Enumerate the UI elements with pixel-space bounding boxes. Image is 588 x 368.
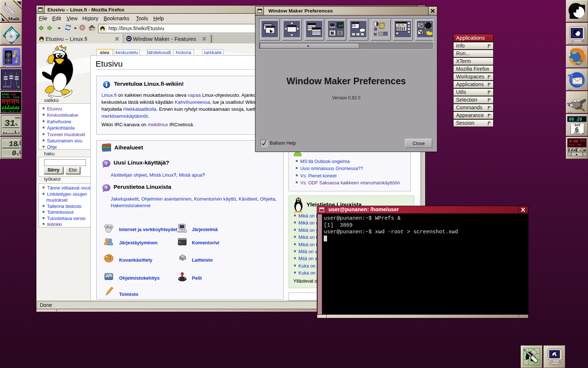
svg-text:>_: >_ xyxy=(179,240,183,244)
svg-text:1: 1 xyxy=(4,1,6,7)
svg-text:%: % xyxy=(15,123,18,127)
svg-text:N: N xyxy=(331,31,334,35)
svg-text:?: ? xyxy=(105,161,107,166)
svg-text:06 26: 06 26 xyxy=(569,117,582,122)
svg-text:ETH0: ETH0 xyxy=(2,93,9,96)
svg-text:▲: ▲ xyxy=(579,149,581,151)
svg-text:T83.7K↓6 1.3K: T83.7K↓6 1.3K xyxy=(1,110,22,113)
svg-text:?: ? xyxy=(105,185,107,191)
svg-text:▮▮: ▮▮ xyxy=(583,149,586,151)
svg-text:DEC: DEC xyxy=(574,131,580,134)
svg-text:@: @ xyxy=(109,226,112,229)
svg-text:▶: ▶ xyxy=(576,153,578,156)
svg-text:N: N xyxy=(374,32,377,36)
svg-text:?: ? xyxy=(339,31,341,35)
svg-text:0: 0 xyxy=(11,149,17,158)
svg-text:MIXER: MIXER xyxy=(3,85,11,88)
svg-text:▼▲8: ▼▲8 xyxy=(11,93,16,96)
svg-text:T674K ↓302K: T674K ↓302K xyxy=(1,96,20,99)
svg-text:Trk: 00 →: Trk: 00 → xyxy=(569,143,584,146)
svg-text:88: 88 xyxy=(15,119,19,123)
svg-text:Main: Main xyxy=(8,16,19,21)
svg-text:31: 31 xyxy=(4,118,16,128)
svg-text:MEM: MEM xyxy=(18,141,21,145)
svg-text:@: @ xyxy=(105,225,108,229)
svg-text:SWP: SWP xyxy=(18,150,21,155)
